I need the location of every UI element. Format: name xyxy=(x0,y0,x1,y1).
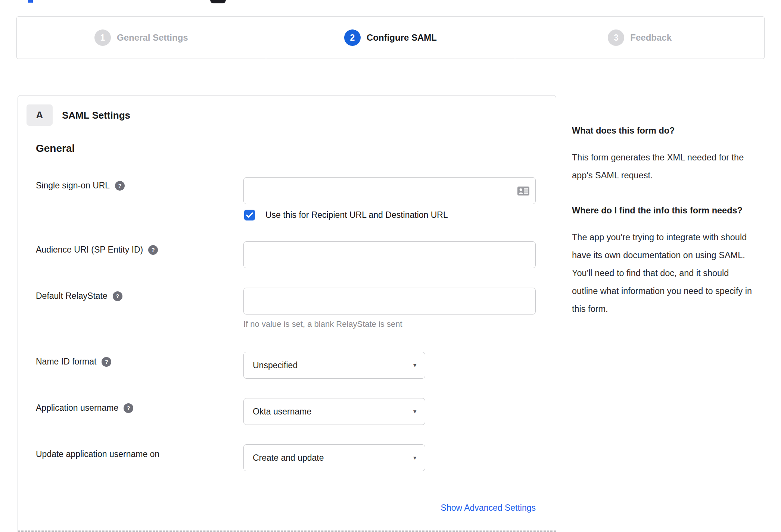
recipient-url-checkbox[interactable] xyxy=(244,210,255,220)
name-id-format-label: Name ID format ? xyxy=(36,357,111,367)
step-feedback[interactable]: 3 Feedback xyxy=(515,17,764,59)
help-icon[interactable]: ? xyxy=(113,291,122,301)
help-heading: Where do I find the info this form needs… xyxy=(572,201,756,219)
application-username-label: Application username ? xyxy=(36,403,133,413)
step-label: General Settings xyxy=(117,32,188,43)
help-heading: What does this form do? xyxy=(572,122,756,140)
cutoff-blue-fragment xyxy=(28,0,33,3)
help-sidebar: What does this form do? This form genera… xyxy=(572,122,756,318)
sso-url-input-wrap xyxy=(243,177,536,204)
caret-down-icon: ▼ xyxy=(412,409,417,414)
update-username-label: Update application username on xyxy=(36,449,159,459)
wizard-stepper: 1 General Settings 2 Configure SAML 3 Fe… xyxy=(16,16,765,59)
sso-url-input[interactable] xyxy=(243,177,536,204)
show-advanced-settings-link[interactable]: Show Advanced Settings xyxy=(243,503,536,513)
help-body: This form generates the XML needed for t… xyxy=(572,148,756,184)
saml-settings-panel: A SAML Settings General Single sign-on U… xyxy=(18,95,556,532)
recipient-url-checkbox-row: Use this for Recipient URL and Destinati… xyxy=(244,210,448,220)
relaystate-hint: If no value is set, a blank RelayState i… xyxy=(243,319,402,329)
step-label: Configure SAML xyxy=(367,32,437,43)
cutoff-dark-fragment xyxy=(210,0,226,3)
selected-value: Unspecified xyxy=(253,360,298,370)
caret-down-icon: ▼ xyxy=(412,455,417,461)
help-icon[interactable]: ? xyxy=(148,245,158,255)
default-relaystate-input[interactable] xyxy=(243,288,536,314)
application-username-select[interactable]: Okta username ▼ xyxy=(243,398,425,425)
group-title-general: General xyxy=(36,143,75,154)
help-body: The app you're trying to integrate with … xyxy=(572,228,756,318)
default-relaystate-label: Default RelayState ? xyxy=(36,291,122,301)
step-number-badge: 2 xyxy=(344,29,361,46)
audience-uri-label: Audience URI (SP Entity ID) ? xyxy=(36,245,158,255)
help-icon[interactable]: ? xyxy=(124,403,133,413)
section-divider-dashed xyxy=(18,531,556,532)
step-number-badge: 1 xyxy=(94,29,111,46)
selected-value: Create and update xyxy=(253,453,324,463)
label-text: Update application username on xyxy=(36,449,159,459)
step-configure-saml[interactable]: 2 Configure SAML xyxy=(266,17,515,59)
recipient-url-checkbox-label: Use this for Recipient URL and Destinati… xyxy=(265,210,448,220)
name-id-format-select[interactable]: Unspecified ▼ xyxy=(243,352,425,379)
selected-value: Okta username xyxy=(253,407,311,417)
label-text: Single sign-on URL xyxy=(36,181,110,191)
step-label: Feedback xyxy=(630,32,672,43)
contact-card-icon xyxy=(517,186,530,197)
help-section: What does this form do? This form genera… xyxy=(572,122,756,184)
sso-url-label: Single sign-on URL ? xyxy=(36,181,125,191)
help-icon[interactable]: ? xyxy=(102,357,111,367)
label-text: Audience URI (SP Entity ID) xyxy=(36,245,143,255)
step-number-badge: 3 xyxy=(608,29,624,46)
help-section: Where do I find the info this form needs… xyxy=(572,201,756,318)
step-general-settings[interactable]: 1 General Settings xyxy=(17,17,266,59)
section-a-badge: A xyxy=(27,104,53,126)
help-icon[interactable]: ? xyxy=(115,181,125,191)
label-text: Application username xyxy=(36,403,118,413)
label-text: Name ID format xyxy=(36,357,96,367)
section-title: SAML Settings xyxy=(62,110,130,121)
audience-uri-input[interactable] xyxy=(243,241,536,268)
caret-down-icon: ▼ xyxy=(412,362,417,368)
label-text: Default RelayState xyxy=(36,291,108,301)
update-username-select[interactable]: Create and update ▼ xyxy=(243,444,425,471)
